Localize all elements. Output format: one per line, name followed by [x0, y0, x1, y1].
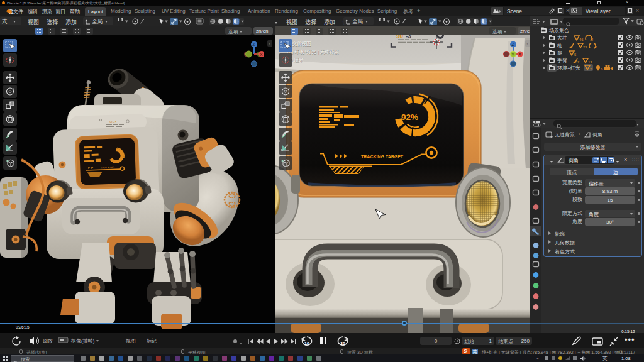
svg-text:90-3: 90-3: [109, 120, 116, 124]
svg-text:TRACKING: TRACKING: [101, 166, 114, 170]
svg-text:-Y: -Y: [511, 53, 514, 57]
svg-text:X: X: [260, 52, 263, 57]
svg-text:92%: 92%: [401, 112, 418, 122]
svg-text:10: 10: [304, 341, 309, 346]
svg-text:Z: Z: [253, 42, 255, 47]
svg-text:(0) 环境+灯光 | 天球背景: (0) 环境+灯光 | 天球背景: [287, 49, 339, 55]
svg-text:X: X: [519, 52, 522, 57]
svg-text:-3: -3: [406, 35, 411, 40]
svg-text:90: 90: [396, 35, 404, 40]
svg-text:Z: Z: [512, 42, 514, 47]
svg-text:TRACKING TARGET: TRACKING TARGET: [361, 155, 404, 159]
svg-text:30: 30: [340, 341, 345, 346]
